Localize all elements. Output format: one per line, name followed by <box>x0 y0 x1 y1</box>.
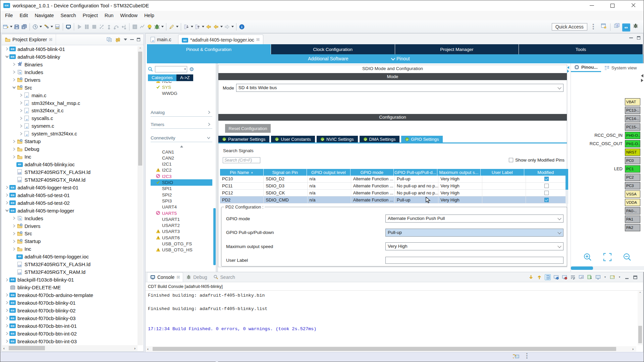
tree-item[interactable]: IDEbreakout-f070cb-blinky-01 <box>2 299 137 307</box>
pause-icon[interactable] <box>84 23 90 31</box>
pin-vdda[interactable]: VDDA <box>625 199 640 206</box>
console-tab-search[interactable]: Search <box>210 272 238 282</box>
menu-navigate[interactable]: Navigate <box>31 11 57 20</box>
project-explorer-tab[interactable]: Project Explorer ☒ <box>2 34 56 45</box>
peripheral-usart3[interactable]: USART3 <box>151 229 212 235</box>
close-button[interactable] <box>623 0 644 11</box>
console-hscrollbar[interactable]: ‹ › <box>146 346 636 352</box>
tree-item[interactable]: CDrivers <box>2 222 137 230</box>
peripheral-i2c3[interactable]: I2C3 <box>151 173 212 179</box>
tree-expand-icon[interactable] <box>11 63 16 66</box>
modified-checkbox[interactable] <box>544 198 549 202</box>
show-when-stdout-icon[interactable] <box>553 274 559 280</box>
category-section-timers[interactable]: Timers <box>151 121 212 129</box>
editor-tab-main-c[interactable]: .cmain.c <box>147 35 175 45</box>
clock-icon[interactable] <box>32 23 39 31</box>
category-section-analog[interactable]: Analog <box>151 109 212 117</box>
user-label-input[interactable] <box>385 257 564 264</box>
column-header[interactable]: GPIO mode <box>351 169 394 176</box>
pin-nrst[interactable]: NRST <box>625 148 640 156</box>
forward-arrow-icon[interactable] <box>224 23 230 31</box>
tree-item[interactable]: IDEadafruit-f405-blink-01 <box>2 45 137 53</box>
tree-item[interactable]: LDSTM32F405RGTX_RAM.ld <box>2 176 137 184</box>
reset-configuration-button[interactable]: Reset Configuration <box>225 124 271 133</box>
pin-ph1o[interactable]: PH1-O.. <box>625 140 640 147</box>
disconnect-icon[interactable] <box>98 23 105 31</box>
menu-help[interactable]: Help <box>141 11 158 20</box>
pin-pa2[interactable]: PA2 <box>625 224 640 231</box>
pin-pc13[interactable]: PC13-.. <box>625 107 640 114</box>
rotate-right-icon[interactable] <box>641 79 644 82</box>
lightbulb-icon[interactable] <box>146 23 153 31</box>
progress-view-icon[interactable] <box>513 354 520 360</box>
maximize-editor-icon[interactable] <box>637 36 640 40</box>
peripheral-i2c1[interactable]: I2C1 <box>151 161 212 167</box>
peripheral-spi3[interactable]: SPI3 <box>151 198 212 204</box>
sdio-mode-select[interactable]: SD 4 bits Wide bus <box>236 84 564 92</box>
peripheral-rcc[interactable]: RCC <box>151 81 212 84</box>
gpio-row-pc10[interactable]: PC10SDIO_D2n/aAlternate Function ...Pull… <box>220 176 568 183</box>
tree-expand-icon[interactable] <box>4 324 9 327</box>
tree-expand-icon[interactable] <box>18 101 23 105</box>
tree-item[interactable]: MXadafruit-f405-blinky.ioc <box>2 161 137 168</box>
annotation-next-dropdown[interactable] <box>190 23 194 31</box>
peripheral-search-input[interactable]: ▾ <box>155 66 187 72</box>
zoom-in-icon[interactable] <box>583 253 592 261</box>
project-explorer-hscrollbar[interactable]: ‹ › <box>2 345 138 351</box>
tree-expand-icon[interactable] <box>4 316 9 320</box>
settings-gear-icon[interactable]: ⚙ <box>189 66 194 72</box>
marker-pen-icon[interactable] <box>168 23 175 31</box>
tree-expand-icon[interactable] <box>4 293 9 297</box>
tree-item[interactable]: IDEadafruit-f405-temp-logger <box>2 207 137 215</box>
peripheral-uart5[interactable]: UART5 <box>151 210 212 216</box>
scroll-up-icon[interactable] <box>536 274 542 280</box>
quick-access-button[interactable]: Quick Access <box>552 23 587 31</box>
peripheral-i2c2[interactable]: I2C2 <box>151 167 212 173</box>
build-hammer-icon[interactable] <box>43 23 50 31</box>
scroll-lock-icon[interactable] <box>545 274 551 280</box>
peripheral-spi1[interactable]: SPI1 <box>151 186 212 192</box>
tree-expand-icon[interactable] <box>4 186 9 189</box>
collapse-all-icon[interactable] <box>107 37 112 42</box>
tree-item[interactable]: CSrc <box>2 230 137 238</box>
tree-expand-icon[interactable] <box>4 309 9 312</box>
back-arrow-icon[interactable] <box>205 23 212 31</box>
menu-search[interactable]: Search <box>57 11 79 20</box>
pinout-hscrollbar[interactable] <box>571 266 644 270</box>
pinout-view-tab-system[interactable]: System view <box>601 63 640 72</box>
tree-item[interactable]: IDEadafruit-f405-sd-test-02 <box>2 199 137 207</box>
signal-search-input[interactable]: Search (Crtl+F) <box>223 157 260 163</box>
column-header[interactable]: Signal on Pin <box>264 169 307 176</box>
pin-pc2[interactable]: PC2 <box>625 174 640 181</box>
tree-item[interactable]: CStartup <box>2 237 137 245</box>
back-arrow-icon[interactable] <box>213 23 219 31</box>
tree-item[interactable]: IDEadafruit-f405-blinky <box>2 53 137 61</box>
settings-tab-dma-settings[interactable]: DMA Settings <box>360 136 400 142</box>
open-perspective-icon[interactable] <box>600 22 608 30</box>
tree-expand-icon[interactable] <box>18 94 23 97</box>
pin-ph0o[interactable]: PH0-O.. <box>625 132 640 139</box>
trace-icon[interactable] <box>139 23 146 31</box>
maximize-view-icon[interactable] <box>137 38 140 41</box>
debug-perspective-icon[interactable] <box>632 22 640 30</box>
maximize-button[interactable] <box>602 0 623 11</box>
category-section-connectivity[interactable]: Connectivity <box>151 134 212 142</box>
peripheral-sys[interactable]: SYS <box>151 84 212 90</box>
tree-item[interactable]: Debug <box>2 145 137 153</box>
step-into-icon[interactable] <box>106 23 112 31</box>
config-tab-clock-configuration[interactable]: Clock Configuration <box>271 44 395 54</box>
info-icon[interactable]: i <box>238 23 245 31</box>
tree-item[interactable]: LDSTM32F405RGTX_RAM.ld <box>2 268 137 276</box>
tree-expand-icon[interactable] <box>11 155 16 159</box>
column-header[interactable]: GPIO output level <box>307 169 351 176</box>
column-header[interactable]: Maximum output s... <box>437 169 481 176</box>
tree-expand-icon[interactable] <box>4 201 9 204</box>
peripheral-spi2[interactable]: SPI2 <box>151 192 212 198</box>
pin-pa0[interactable]: PA0-.. <box>625 207 640 215</box>
clock-dropdown[interactable] <box>39 23 42 31</box>
config-tab-tools[interactable]: Tools <box>519 44 643 54</box>
peripheral-usart2[interactable]: USART2 <box>151 222 212 228</box>
tree-expand-icon[interactable] <box>18 109 23 112</box>
settings-tab-parameter-settings[interactable]: Parameter Settings <box>218 136 269 142</box>
scroll-down-icon[interactable] <box>528 274 534 280</box>
